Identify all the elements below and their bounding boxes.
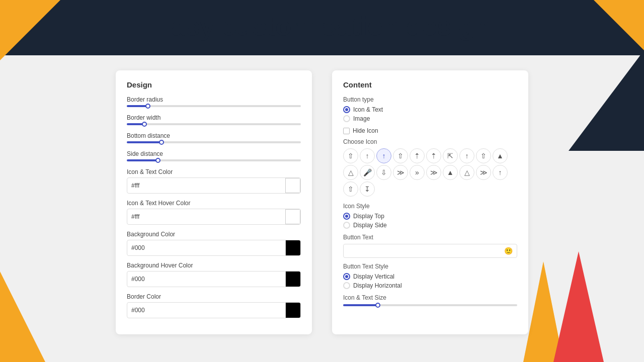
icon-style-top-radio[interactable]: [343, 213, 350, 220]
background-color-swatch[interactable]: [285, 240, 300, 255]
side-distance-thumb[interactable]: [155, 158, 160, 163]
button-text-style-vertical-radio[interactable]: [343, 273, 350, 280]
button-text-input[interactable]: [348, 247, 504, 254]
icon-text-size-label: Icon & Text Size: [343, 294, 517, 301]
icon-btn-15[interactable]: ≫: [426, 165, 441, 180]
emoji-icon: 🙂: [504, 247, 513, 255]
button-type-icon-text-label: Icon & Text: [353, 106, 383, 113]
border-width-label: Border width: [127, 114, 301, 121]
icon-text-hover-color-swatch[interactable]: [285, 209, 300, 224]
icon-btn-14[interactable]: »: [410, 165, 425, 180]
icon-text-color-swatch[interactable]: [285, 178, 300, 193]
border-color-row: Border Color: [127, 293, 301, 318]
button-type-image[interactable]: Image: [343, 115, 517, 122]
border-radius-label: Border radius: [127, 96, 301, 103]
side-distance-row: Side distance: [127, 150, 301, 161]
icon-btn-3[interactable]: ⇧: [393, 148, 408, 163]
icon-btn-5[interactable]: ⇡: [426, 148, 441, 163]
icon-btn-21[interactable]: ↧: [360, 182, 375, 197]
border-width-thumb[interactable]: [142, 122, 147, 127]
border-color-input-wrap: [127, 302, 301, 318]
icon-btn-9[interactable]: ▲: [493, 148, 508, 163]
border-color-input[interactable]: [127, 304, 285, 316]
button-text-style-horizontal[interactable]: Display Horizontal: [343, 282, 517, 289]
bottom-distance-row: Bottom distance: [127, 132, 301, 143]
icon-btn-11[interactable]: 🎤: [360, 165, 375, 180]
icon-text-color-input[interactable]: [127, 179, 285, 192]
icon-btn-12[interactable]: ⇩: [376, 165, 391, 180]
icon-btn-16[interactable]: ▲: [443, 165, 458, 180]
icon-btn-13[interactable]: ≫: [393, 165, 408, 180]
icon-style-label: Icon Style: [343, 203, 517, 210]
border-radius-track[interactable]: [127, 105, 301, 107]
background-hover-color-input[interactable]: [127, 273, 285, 285]
icon-btn-18[interactable]: ≫: [476, 165, 491, 180]
icon-text-size-track[interactable]: [343, 304, 517, 306]
icon-btn-8[interactable]: ⇧: [476, 148, 491, 163]
icon-grid: ⇧ ↑ ↑ ⇧ ⇡ ⇡ ⇱ ↑ ⇧ ▲ △ 🎤 ⇩ ≫ » ≫ ▲ △ ≫ ↑ …: [343, 148, 517, 197]
icon-style-display-top[interactable]: Display Top: [343, 213, 517, 220]
background-color-input[interactable]: [127, 242, 285, 254]
icon-btn-4[interactable]: ⇡: [410, 148, 425, 163]
icon-btn-20[interactable]: ⇧: [343, 182, 358, 197]
border-width-track[interactable]: [127, 123, 301, 125]
icon-btn-19[interactable]: ↑: [493, 165, 508, 180]
icon-text-hover-color-input-wrap: [127, 209, 301, 225]
icon-text-color-label: Icon & Text Color: [127, 168, 301, 175]
icon-text-size-fill: [343, 304, 378, 306]
border-radius-thumb[interactable]: [145, 104, 150, 109]
hide-icon-checkbox-item[interactable]: Hide Icon: [343, 127, 517, 134]
button-type-label: Button type: [343, 96, 517, 103]
background-hover-color-input-wrap: [127, 271, 301, 287]
hide-icon-label: Hide Icon: [353, 127, 378, 134]
side-distance-track[interactable]: [127, 159, 301, 161]
button-text-style-radio-group: Display Vertical Display Horizontal: [343, 273, 517, 289]
icon-btn-6[interactable]: ⇱: [443, 148, 458, 163]
icon-text-hover-color-input[interactable]: [127, 211, 285, 223]
button-text-style-vertical[interactable]: Display Vertical: [343, 273, 517, 280]
side-distance-fill: [127, 159, 158, 161]
design-panel-title: Design: [127, 80, 301, 89]
background-hover-color-label: Background Hover Color: [127, 262, 301, 269]
bottom-distance-thumb[interactable]: [159, 140, 164, 145]
icon-text-hover-color-row: Icon & Text Hover Color: [127, 200, 301, 225]
icon-text-size-thumb[interactable]: [375, 303, 380, 308]
button-text-input-wrap: 🙂: [343, 244, 517, 258]
icon-btn-10[interactable]: △: [343, 165, 358, 180]
panels-container: Design Border radius Border width Bottom…: [0, 60, 644, 344]
design-panel: Design Border radius Border width Bottom…: [116, 70, 312, 334]
icon-text-color-input-wrap: [127, 177, 301, 194]
border-radius-fill: [127, 105, 148, 107]
border-color-swatch[interactable]: [285, 303, 300, 318]
page-title: Easy customisation design: [0, 11, 644, 41]
background-color-row: Background Color: [127, 231, 301, 256]
button-text-style-vertical-label: Display Vertical: [353, 273, 394, 280]
icon-style-side-label: Display Side: [353, 222, 387, 229]
button-type-icon-text-radio[interactable]: [343, 106, 350, 113]
icon-style-radio-group: Display Top Display Side: [343, 213, 517, 229]
icon-style-top-label: Display Top: [353, 213, 384, 220]
button-text-label: Button Text: [343, 234, 517, 241]
icon-style-display-side[interactable]: Display Side: [343, 222, 517, 229]
button-text-style-horizontal-radio[interactable]: [343, 282, 350, 289]
border-radius-row: Border radius: [127, 96, 301, 107]
icon-style-side-radio[interactable]: [343, 222, 350, 229]
choose-icon-label: Choose Icon: [343, 138, 517, 145]
background-hover-color-swatch[interactable]: [285, 272, 300, 287]
border-width-row: Border width: [127, 114, 301, 125]
button-text-style-horizontal-label: Display Horizontal: [353, 282, 402, 289]
icon-btn-1[interactable]: ↑: [360, 148, 375, 163]
icon-btn-7[interactable]: ↑: [459, 148, 474, 163]
button-type-image-radio[interactable]: [343, 115, 350, 122]
icon-btn-17[interactable]: △: [459, 165, 474, 180]
button-type-icon-text[interactable]: Icon & Text: [343, 106, 517, 113]
hide-icon-checkbox[interactable]: [343, 128, 350, 134]
button-type-radio-group: Icon & Text Image: [343, 106, 517, 122]
background-hover-color-row: Background Hover Color: [127, 262, 301, 287]
side-distance-label: Side distance: [127, 150, 301, 157]
bottom-distance-track[interactable]: [127, 141, 301, 143]
content-panel: Content Button type Icon & Text Image Hi…: [332, 70, 528, 334]
icon-btn-2[interactable]: ↑: [376, 148, 391, 163]
icon-btn-0[interactable]: ⇧: [343, 148, 358, 163]
background-color-label: Background Color: [127, 231, 301, 238]
